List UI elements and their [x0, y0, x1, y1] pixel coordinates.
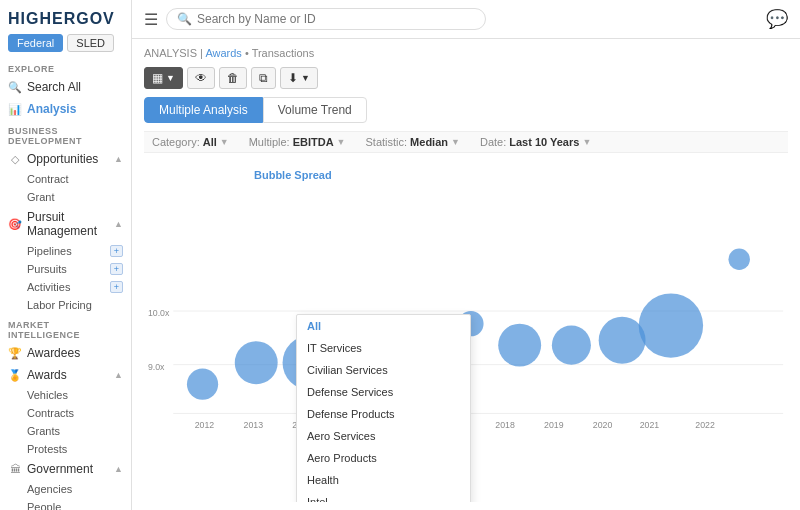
sidebar-item-label: Government — [27, 462, 93, 476]
dot-sep: • — [245, 47, 252, 59]
sidebar-item-search-all[interactable]: 🔍 Search All — [0, 76, 131, 98]
opportunities-icon: ◇ — [8, 153, 22, 166]
chevron-up-icon: ▲ — [114, 464, 123, 474]
analysis-label: ANALYSIS — [144, 47, 197, 59]
tab-federal[interactable]: Federal — [8, 34, 63, 52]
svg-text:2013: 2013 — [244, 420, 264, 430]
sidebar-sub-agencies[interactable]: Agencies — [0, 480, 131, 498]
sidebar-sub-contracts[interactable]: Contracts — [0, 404, 131, 422]
category-value: All — [203, 136, 217, 148]
chevron-up-icon: ▲ — [114, 154, 123, 164]
pursuit-icon: 🎯 — [8, 218, 22, 231]
search-icon: 🔍 — [177, 12, 192, 26]
sidebar-item-analysis[interactable]: 📊 Analysis — [0, 98, 131, 120]
section-explore: EXPLORE — [0, 58, 131, 76]
svg-text:2022: 2022 — [695, 420, 715, 430]
dropdown-item-intel[interactable]: Intel — [297, 491, 470, 502]
sidebar-sub-pipelines[interactable]: Pipelines+ — [0, 242, 131, 260]
tab-volume-trend[interactable]: Volume Trend — [263, 97, 367, 123]
chevron-down-icon: ▼ — [582, 137, 591, 147]
section-market-intel: MARKET INTELLIGENCE — [0, 314, 131, 342]
svg-point-17 — [235, 341, 278, 384]
toolbar: ▦ ▼ 👁 🗑 ⧉ ⬇ ▼ — [144, 67, 788, 89]
logo: HIGHERGOV — [0, 0, 131, 34]
dropdown-item-aero-services[interactable]: Aero Services — [297, 425, 470, 447]
dropdown-item-health[interactable]: Health — [297, 469, 470, 491]
sidebar-item-label: Pursuit Management — [27, 210, 109, 238]
eye-button[interactable]: 👁 — [187, 67, 215, 89]
section-biz-dev: BUSINESS DEVELOPMENT — [0, 120, 131, 148]
sidebar-sub-people[interactable]: People — [0, 498, 131, 510]
chart-area: Bubble Spread All IT Services Civilian S… — [144, 159, 788, 502]
sidebar-sub-activities[interactable]: Activities+ — [0, 278, 131, 296]
search-box: 🔍 — [166, 8, 486, 30]
download-button[interactable]: ⬇ ▼ — [280, 67, 318, 89]
breadcrumb: ANALYSIS | Awards • Transactions — [144, 47, 788, 59]
tab-multiple-analysis[interactable]: Multiple Analysis — [144, 97, 263, 123]
sidebar-sub-vehicles[interactable]: Vehicles — [0, 386, 131, 404]
filter-statistic[interactable]: Statistic: Median ▼ — [366, 136, 460, 148]
svg-text:10.0x: 10.0x — [148, 308, 170, 318]
filter-bar: Category: All ▼ Multiple: EBITDA ▼ Stati… — [144, 131, 788, 153]
sidebar-item-opportunities[interactable]: ◇ Opportunities ▲ — [0, 148, 131, 170]
sidebar-sub-grants[interactable]: Grants — [0, 422, 131, 440]
svg-point-23 — [552, 326, 591, 365]
svg-text:2012: 2012 — [195, 420, 215, 430]
tab-sled[interactable]: SLED — [67, 34, 114, 52]
category-label: Category: — [152, 136, 200, 148]
sidebar-item-label: Awards — [27, 368, 67, 382]
sidebar-sub-labor-pricing[interactable]: Labor Pricing — [0, 296, 131, 314]
chat-icon[interactable]: 💬 — [766, 8, 788, 30]
sidebar-item-label: Awardees — [27, 346, 80, 360]
svg-point-25 — [639, 293, 703, 357]
awards-icon: 🏅 — [8, 369, 22, 382]
dropdown-item-all[interactable]: All — [297, 315, 470, 337]
search-input[interactable] — [197, 12, 475, 26]
sidebar-sub-contract[interactable]: Contract — [0, 170, 131, 188]
trash-icon: 🗑 — [227, 71, 239, 85]
analysis-tabs: Multiple Analysis Volume Trend — [144, 97, 788, 123]
chevron-down-icon: ▼ — [301, 73, 310, 83]
svg-point-26 — [728, 249, 749, 270]
svg-text:2020: 2020 — [593, 420, 613, 430]
statistic-label: Statistic: — [366, 136, 408, 148]
filter-category[interactable]: Category: All ▼ — [152, 136, 229, 148]
statistic-value: Median — [410, 136, 448, 148]
svg-text:2021: 2021 — [640, 420, 660, 430]
svg-point-22 — [498, 324, 541, 367]
filter-date[interactable]: Date: Last 10 Years ▼ — [480, 136, 591, 148]
sidebar-sub-grant[interactable]: Grant — [0, 188, 131, 206]
dropdown-item-aero-products[interactable]: Aero Products — [297, 447, 470, 469]
analysis-icon: 📊 — [8, 103, 22, 116]
chevron-up-icon: ▲ — [114, 370, 123, 380]
menu-icon[interactable]: ☰ — [144, 10, 158, 29]
sidebar-item-label: Analysis — [27, 102, 76, 116]
filter-multiple[interactable]: Multiple: EBITDA ▼ — [249, 136, 346, 148]
sidebar-item-label: Search All — [27, 80, 81, 94]
dropdown-item-it-services[interactable]: IT Services — [297, 337, 470, 359]
awardees-icon: 🏆 — [8, 347, 22, 360]
chart-icon: ▦ — [152, 71, 163, 85]
activities-badge: + — [110, 281, 123, 293]
bubble-spread-label: Bubble Spread — [254, 169, 332, 181]
sidebar-sub-protests[interactable]: Protests — [0, 440, 131, 458]
sidebar-item-pursuit-mgmt[interactable]: 🎯 Pursuit Management ▲ — [0, 206, 131, 242]
dropdown-item-civilian-services[interactable]: Civilian Services — [297, 359, 470, 381]
dropdown-item-defense-products[interactable]: Defense Products — [297, 403, 470, 425]
trash-button[interactable]: 🗑 — [219, 67, 247, 89]
chart-view-button[interactable]: ▦ ▼ — [144, 67, 183, 89]
chevron-down-icon: ▼ — [451, 137, 460, 147]
download-icon: ⬇ — [288, 71, 298, 85]
awards-link[interactable]: Awards — [205, 47, 241, 59]
dropdown-item-defense-services[interactable]: Defense Services — [297, 381, 470, 403]
copy-button[interactable]: ⧉ — [251, 67, 276, 89]
multiple-value: EBITDA — [293, 136, 334, 148]
svg-text:9.0x: 9.0x — [148, 362, 165, 372]
sidebar-item-awardees[interactable]: 🏆 Awardees — [0, 342, 131, 364]
sidebar-sub-pursuits[interactable]: Pursuits+ — [0, 260, 131, 278]
sidebar-item-government[interactable]: 🏛 Government ▲ — [0, 458, 131, 480]
date-value: Last 10 Years — [509, 136, 579, 148]
svg-text:2019: 2019 — [544, 420, 564, 430]
sidebar-item-awards[interactable]: 🏅 Awards ▲ — [0, 364, 131, 386]
svg-text:2018: 2018 — [495, 420, 515, 430]
